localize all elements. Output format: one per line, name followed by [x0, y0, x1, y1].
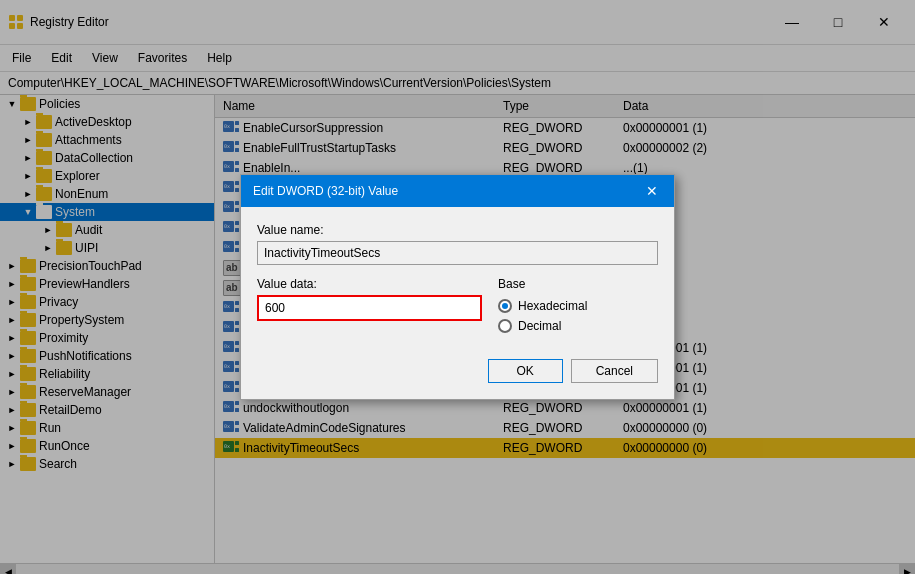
dialog-body: Value name: Value data: Base Hexadecimal… [241, 207, 674, 399]
dialog-overlay: Edit DWORD (32-bit) Value ✕ Value name: … [0, 0, 915, 574]
dialog-close-button[interactable]: ✕ [642, 183, 662, 199]
value-data-input[interactable] [257, 295, 482, 321]
hexadecimal-label: Hexadecimal [518, 299, 587, 313]
dialog-edit-dword: Edit DWORD (32-bit) Value ✕ Value name: … [240, 174, 675, 400]
base-section: Base Hexadecimal Decimal [498, 277, 658, 339]
dialog-title-bar: Edit DWORD (32-bit) Value ✕ [241, 175, 674, 207]
decimal-label: Decimal [518, 319, 561, 333]
hexadecimal-radio-btn[interactable] [498, 299, 512, 313]
dialog-title-text: Edit DWORD (32-bit) Value [253, 184, 398, 198]
value-data-section: Value data: [257, 277, 482, 321]
value-name-label: Value name: [257, 223, 658, 237]
base-label: Base [498, 277, 658, 291]
radio-decimal[interactable]: Decimal [498, 319, 658, 333]
value-data-label: Value data: [257, 277, 482, 291]
ok-button[interactable]: OK [488, 359, 563, 383]
dialog-buttons: OK Cancel [257, 359, 658, 383]
radio-hexadecimal[interactable]: Hexadecimal [498, 299, 658, 313]
value-name-input[interactable] [257, 241, 658, 265]
cancel-button[interactable]: Cancel [571, 359, 658, 383]
decimal-radio-btn[interactable] [498, 319, 512, 333]
dialog-data-row: Value data: Base Hexadecimal Decimal [257, 277, 658, 339]
